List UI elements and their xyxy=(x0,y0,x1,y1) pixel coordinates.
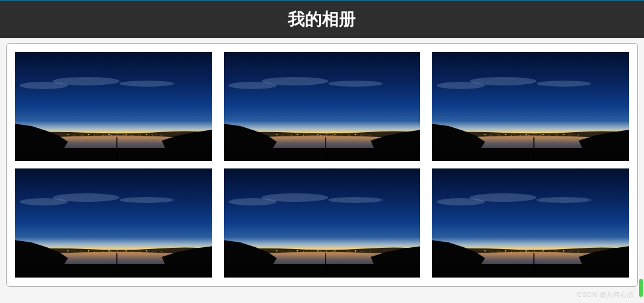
svg-point-72 xyxy=(557,135,558,135)
svg-point-89 xyxy=(97,250,97,251)
svg-point-36 xyxy=(303,135,303,135)
svg-point-146 xyxy=(540,251,541,251)
svg-point-123 xyxy=(346,250,347,251)
svg-point-40 xyxy=(320,135,320,135)
svg-rect-103 xyxy=(116,253,117,278)
gallery-row xyxy=(15,168,629,278)
svg-point-50 xyxy=(369,135,370,135)
svg-point-80 xyxy=(53,193,119,202)
svg-point-94 xyxy=(123,251,124,251)
svg-point-112 xyxy=(291,251,291,251)
svg-point-55 xyxy=(537,81,591,87)
svg-point-154 xyxy=(578,251,579,251)
svg-point-62 xyxy=(511,135,512,135)
svg-point-43 xyxy=(334,134,335,135)
svg-point-128 xyxy=(369,251,370,251)
svg-rect-30 xyxy=(224,148,421,161)
svg-point-38 xyxy=(311,135,312,135)
svg-point-147 xyxy=(543,250,544,251)
svg-point-93 xyxy=(117,250,118,251)
svg-point-145 xyxy=(534,250,535,251)
svg-point-48 xyxy=(361,135,361,135)
svg-point-57 xyxy=(485,134,486,135)
svg-point-99 xyxy=(146,250,147,251)
svg-point-18 xyxy=(132,135,133,135)
svg-point-12 xyxy=(103,135,104,135)
svg-point-21 xyxy=(146,134,147,135)
svg-rect-25 xyxy=(116,137,117,161)
svg-point-95 xyxy=(125,250,126,251)
svg-point-70 xyxy=(549,135,550,135)
svg-point-122 xyxy=(340,251,341,251)
svg-point-22 xyxy=(153,135,153,135)
svg-point-64 xyxy=(520,135,521,135)
gallery-item[interactable] xyxy=(15,168,212,278)
svg-point-2 xyxy=(53,77,119,85)
svg-point-49 xyxy=(363,134,364,135)
svg-point-29 xyxy=(328,81,383,87)
svg-point-90 xyxy=(103,251,104,251)
svg-point-59 xyxy=(497,134,498,135)
svg-point-10 xyxy=(94,135,95,135)
svg-point-140 xyxy=(511,251,512,251)
svg-point-153 xyxy=(572,250,573,251)
svg-point-96 xyxy=(132,251,133,251)
svg-point-86 xyxy=(82,251,83,251)
svg-point-142 xyxy=(520,251,521,251)
scrollbar-thumb[interactable] xyxy=(639,279,643,297)
svg-point-115 xyxy=(305,250,306,251)
svg-point-143 xyxy=(526,250,527,251)
svg-point-35 xyxy=(297,134,298,135)
svg-point-91 xyxy=(108,250,110,251)
svg-point-60 xyxy=(499,135,500,135)
svg-point-150 xyxy=(557,251,558,251)
svg-rect-108 xyxy=(224,264,421,278)
svg-point-83 xyxy=(67,250,68,251)
svg-point-5 xyxy=(67,134,68,135)
svg-point-139 xyxy=(505,250,507,251)
svg-point-133 xyxy=(537,197,591,203)
svg-point-67 xyxy=(534,134,535,135)
svg-point-33 xyxy=(288,134,289,135)
gallery-item[interactable] xyxy=(432,168,629,278)
svg-point-107 xyxy=(328,197,383,203)
gallery-item[interactable] xyxy=(224,168,421,278)
svg-point-141 xyxy=(514,250,514,251)
svg-point-13 xyxy=(108,134,110,135)
svg-point-81 xyxy=(119,197,174,203)
svg-point-97 xyxy=(138,250,139,251)
svg-point-101 xyxy=(155,250,156,251)
svg-point-152 xyxy=(570,251,570,251)
svg-point-137 xyxy=(497,250,498,251)
svg-point-6 xyxy=(74,135,74,135)
svg-point-144 xyxy=(528,251,529,251)
page-title: 我的相册 xyxy=(288,10,356,28)
svg-point-100 xyxy=(153,251,153,251)
svg-point-11 xyxy=(97,134,97,135)
svg-point-127 xyxy=(363,250,364,251)
svg-point-39 xyxy=(317,134,318,135)
svg-point-7 xyxy=(80,134,80,135)
svg-point-126 xyxy=(361,251,361,251)
gallery-item[interactable] xyxy=(224,52,421,161)
svg-point-41 xyxy=(326,134,326,135)
svg-point-114 xyxy=(303,251,303,251)
svg-point-98 xyxy=(140,251,141,251)
gallery-item[interactable] xyxy=(432,52,629,161)
svg-point-69 xyxy=(543,134,544,135)
svg-point-110 xyxy=(282,251,283,251)
svg-point-121 xyxy=(334,250,335,251)
gallery-item[interactable] xyxy=(15,52,212,161)
svg-point-32 xyxy=(282,135,283,135)
svg-point-9 xyxy=(88,134,89,135)
svg-point-44 xyxy=(340,135,341,135)
svg-rect-56 xyxy=(432,148,629,161)
svg-point-31 xyxy=(276,134,277,135)
svg-point-28 xyxy=(261,77,328,85)
svg-rect-77 xyxy=(534,137,535,161)
svg-point-74 xyxy=(570,135,570,135)
svg-rect-134 xyxy=(432,264,629,278)
svg-point-117 xyxy=(317,250,318,251)
svg-point-92 xyxy=(111,251,112,251)
svg-point-135 xyxy=(485,250,486,251)
